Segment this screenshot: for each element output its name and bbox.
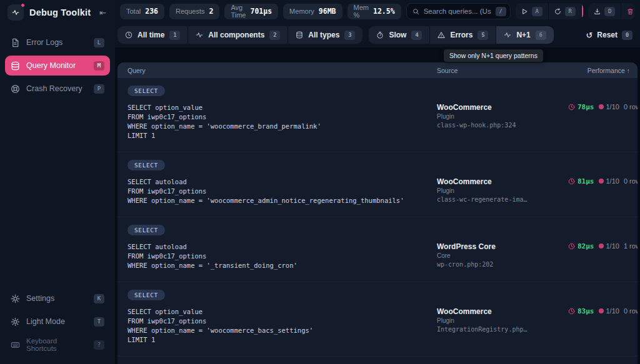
search-icon: [412, 8, 419, 15]
debug-toolkit-app: Debug Toolkit ⇤ Error Logs L Query Monit…: [0, 0, 640, 364]
play-icon: [521, 8, 528, 15]
lifebuoy-icon: [11, 84, 20, 94]
file-icon: [11, 38, 20, 47]
performance-cell: 81μs 1/10 0 rows: [568, 159, 638, 205]
sidebar-item-keyboard-shortcuts[interactable]: Keyboard Shortcuts ?: [5, 335, 110, 355]
filter-all-types[interactable]: All types 3: [288, 26, 362, 44]
filter-dropdown-group: All time 1 All components 2 All types 3: [118, 26, 362, 44]
download-icon: [594, 8, 601, 15]
source-cell: WooCommerce Plugin class-wc-regenerate-i…: [437, 159, 568, 205]
query-row[interactable]: SELECT SELECT option_value FROM iwp0c17_…: [118, 78, 638, 152]
clock-icon: [568, 104, 575, 111]
shortcut-badge: P: [94, 84, 104, 94]
query-cell: SELECT SELECT option_value FROM iwp0c17_…: [128, 288, 437, 345]
stat-requests: Requests 2: [169, 4, 219, 19]
run-button[interactable]: A: [516, 3, 549, 19]
pulse-icon: [504, 31, 511, 39]
column-header-performance[interactable]: Performance ↑: [568, 67, 630, 74]
refresh-icon: [554, 8, 561, 15]
query-ratio: 1/10: [599, 242, 619, 250]
stat-memory: Memory 96MB: [283, 4, 342, 19]
download-button[interactable]: D: [588, 3, 621, 19]
row-count: 0 rows: [624, 103, 638, 111]
sql-text: SELECT option_value FROM iwp0c17_options…: [128, 307, 437, 345]
search-shortcut-key: /: [496, 7, 506, 16]
collapse-sidebar-icon[interactable]: ⇤: [99, 8, 106, 17]
query-type-badge: SELECT: [128, 290, 165, 300]
shortcut-badge: L: [94, 38, 104, 47]
source-type: Core: [437, 252, 568, 260]
filter-button[interactable]: F: [582, 3, 584, 19]
brand-header: Debug Toolkit ⇤: [0, 0, 115, 25]
source-cell: WooCommerce Plugin class-wp-hook.php:324: [437, 84, 568, 140]
query-cell: SELECT SELECT autoload FROM iwp0c17_opti…: [128, 224, 437, 270]
source-type: Plugin: [437, 112, 568, 121]
performance-cell: 83μs 1/10 0 rows: [568, 288, 638, 345]
sidebar-item-query-monitor[interactable]: Query Monitor M: [5, 56, 110, 76]
source-name: WooCommerce: [437, 307, 568, 317]
filter-all-components[interactable]: All components 2: [188, 26, 288, 44]
sql-text: SELECT autoload FROM iwp0c17_options WHE…: [128, 177, 437, 205]
stat-avg-time: Avg Time 701μs: [224, 4, 278, 19]
query-time: 78μs: [568, 103, 594, 111]
source-type: Plugin: [437, 187, 568, 195]
main-area: Total 236 Requests 2 Avg Time 701μs Memo…: [115, 0, 640, 364]
filter-all-time[interactable]: All time 1: [118, 26, 188, 44]
sql-text: SELECT autoload FROM iwp0c17_options WHE…: [128, 242, 437, 270]
filter-n-plus-one[interactable]: N+1 6: [496, 26, 553, 44]
reset-filters-button[interactable]: ↺ Reset 0: [586, 31, 632, 40]
database-icon: [11, 61, 20, 71]
query-row[interactable]: SELECT SELECT option_value FROM iwp0c17_…: [118, 282, 638, 357]
query-ratio: 1/10: [599, 103, 619, 111]
sun-icon: [11, 317, 20, 327]
sidebar-item-label: Crash Recovery: [26, 84, 82, 93]
source-name: WooCommerce: [437, 103, 568, 112]
gauge-dot-icon: [599, 243, 604, 248]
query-table-body: SELECT SELECT option_value FROM iwp0c17_…: [118, 78, 638, 364]
stopwatch-icon: [376, 31, 384, 39]
filter-errors[interactable]: Errors 5: [430, 26, 496, 44]
sidebar: Debug Toolkit ⇤ Error Logs L Query Monit…: [0, 0, 115, 364]
clear-queries-button[interactable]: ⇧R: [621, 3, 635, 19]
topbar: Total 236 Requests 2 Avg Time 701μs Memo…: [115, 0, 640, 22]
toolbar-group-primary: A R F: [516, 3, 584, 19]
performance-cell: 82μs 1/10 1 row: [568, 224, 638, 270]
trash-icon: [627, 8, 634, 15]
query-row[interactable]: SELECT SELECT option_value FROM iwp0c17_…: [118, 357, 638, 364]
row-count: 0 rows: [624, 177, 638, 185]
warning-triangle-icon: [438, 31, 445, 39]
clock-icon: [568, 308, 575, 315]
search-input[interactable]: [424, 7, 491, 15]
shortcut-badge: K: [94, 294, 104, 303]
sql-text: SELECT option_value FROM iwp0c17_options…: [128, 103, 437, 140]
query-row[interactable]: SELECT SELECT autoload FROM iwp0c17_opti…: [118, 217, 638, 282]
stat-total: Total 236: [120, 4, 164, 19]
query-table-header: Query Source Performance ↑: [118, 62, 638, 78]
filter-slow[interactable]: Slow 4: [369, 26, 430, 44]
row-count: 0 rows: [624, 307, 638, 315]
sidebar-item-settings[interactable]: Settings K: [5, 288, 110, 308]
sidebar-item-light-mode[interactable]: Light Mode T: [5, 312, 110, 332]
source-name: WordPress Core: [437, 242, 568, 252]
row-count: 1 row: [624, 242, 638, 250]
reset-icon: ↺: [586, 31, 592, 40]
sidebar-item-label: Keyboard Shortcuts: [26, 337, 88, 352]
query-type-badge: SELECT: [128, 160, 165, 170]
search-box[interactable]: /: [406, 3, 511, 19]
query-time: 83μs: [568, 307, 594, 315]
filter-bar: All time 1 All components 2 All types 3: [115, 22, 640, 47]
column-header-query: Query: [128, 67, 437, 74]
refresh-button[interactable]: R: [549, 3, 582, 19]
query-time: 81μs: [568, 177, 594, 185]
sidebar-item-error-logs[interactable]: Error Logs L: [5, 32, 110, 52]
source-file: wp-cron.php:202: [437, 260, 568, 269]
sidebar-item-crash-recovery[interactable]: Crash Recovery P: [5, 79, 110, 99]
source-cell: WordPress Core Core wp-cron.php:202: [437, 224, 568, 270]
query-row[interactable]: SELECT SELECT autoload FROM iwp0c17_opti…: [118, 152, 638, 217]
keyboard-icon: [11, 340, 20, 350]
clock-icon: [568, 178, 575, 185]
query-table: Query Source Performance ↑ SELECT SELECT…: [118, 62, 638, 364]
app-logo-icon: [8, 4, 24, 21]
app-title: Debug Toolkit: [29, 7, 91, 17]
source-cell: WooCommerce Plugin IntegrationRegistry.p…: [437, 288, 568, 345]
